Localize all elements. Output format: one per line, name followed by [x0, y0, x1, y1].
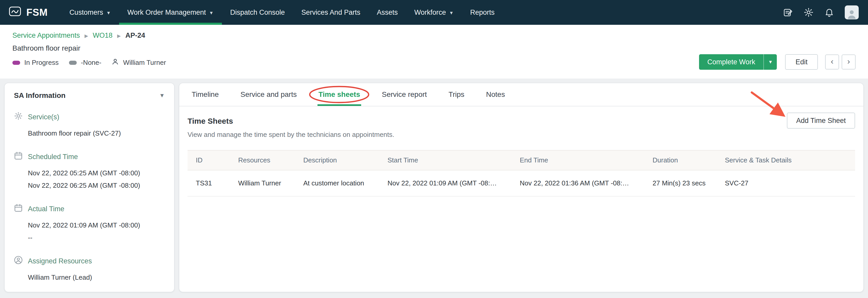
app-window: FSM Customers ▼ Work Order Management ▼ …	[0, 0, 868, 298]
tab-notes[interactable]: Notes	[486, 83, 505, 106]
previous-record-button[interactable]: ‹	[825, 55, 839, 69]
chevron-left-icon: ‹	[831, 57, 834, 65]
nav-item-dispatch-console[interactable]: Dispatch Console	[222, 0, 293, 25]
tab-label: Time sheets	[318, 90, 360, 99]
section-label: Scheduled Time	[28, 153, 78, 161]
nav-item-services-and-parts[interactable]: Services And Parts	[293, 0, 369, 25]
sa-information-panel: SA Information ▼ Service(s) Bathroom flo…	[4, 82, 175, 292]
time-sheets-subtitle: View and manage the time spent by the te…	[188, 131, 855, 139]
sa-information-title: SA Information	[14, 91, 66, 100]
breadcrumb-separator-icon: ▶	[85, 33, 88, 39]
tab-label: Service report	[382, 90, 427, 99]
nav-menu: Customers ▼ Work Order Management ▼ Disp…	[61, 0, 503, 25]
main-content: SA Information ▼ Service(s) Bathroom flo…	[0, 78, 868, 298]
service-gear-icon	[14, 111, 23, 123]
edit-label: Edit	[796, 58, 808, 66]
nav-item-workforce[interactable]: Workforce ▼	[406, 0, 462, 25]
cell-service-task-details: SVC-27	[717, 170, 855, 196]
brand-name: FSM	[26, 7, 48, 18]
column-header-start-time: Start Time	[379, 150, 512, 170]
column-header-resources: Resources	[230, 150, 295, 170]
nav-item-reports[interactable]: Reports	[462, 0, 503, 25]
breadcrumb-current: AP-24	[125, 32, 145, 39]
time-sheets-table: ID Resources Description Start Time End …	[188, 150, 855, 197]
header-actions: Complete Work ▼ Edit ‹ ›	[699, 54, 856, 70]
edit-button[interactable]: Edit	[785, 54, 818, 70]
tab-timeline[interactable]: Timeline	[192, 83, 219, 106]
add-time-sheet-label: Add Time Sheet	[796, 117, 846, 125]
fsm-logo-icon	[8, 5, 22, 20]
nav-item-label: Customers	[69, 8, 103, 16]
record-header: Service Appointments ▶ WO18 ▶ AP-24 Bath…	[0, 25, 868, 78]
time-sheets-title: Time Sheets	[188, 117, 855, 126]
nav-item-work-order-management[interactable]: Work Order Management ▼	[119, 0, 222, 25]
breadcrumb: Service Appointments ▶ WO18 ▶ AP-24	[12, 32, 856, 39]
section-value: Nov 22, 2022 05:25 AM (GMT -08:00)	[28, 167, 165, 179]
add-time-sheet-container: Add Time Sheet	[787, 112, 855, 129]
section-label: Service(s)	[28, 113, 59, 121]
nav-item-assets[interactable]: Assets	[369, 0, 406, 25]
status-dot-icon	[69, 61, 77, 65]
gear-icon[interactable]	[803, 7, 814, 18]
sa-section-assigned-resources: Assigned Resources William Turner (Lead)	[14, 256, 165, 284]
chevron-down-icon: ▼	[106, 10, 111, 16]
record-pager: ‹ ›	[825, 55, 856, 69]
calendar-icon	[14, 203, 23, 214]
status-badge: In Progress	[12, 59, 59, 67]
tab-trips[interactable]: Trips	[448, 83, 464, 106]
section-value: --	[28, 231, 165, 244]
cell-start-time: Nov 22, 2022 01:09 AM (GMT -08:…	[379, 170, 512, 196]
calendar-icon	[14, 151, 23, 162]
nav-item-label: Dispatch Console	[230, 8, 285, 16]
complete-work-button[interactable]: Complete Work ▼	[699, 54, 777, 70]
cell-description: At customer location	[295, 170, 379, 196]
nav-item-customers[interactable]: Customers ▼	[61, 0, 119, 25]
tab-service-and-parts[interactable]: Service and parts	[241, 83, 297, 106]
tab-label: Trips	[448, 90, 464, 99]
fsm-logo[interactable]: FSM	[8, 5, 48, 20]
section-label: Actual Time	[28, 205, 64, 213]
chevron-down-icon: ▼	[449, 10, 454, 16]
collapse-panel-icon[interactable]: ▼	[159, 92, 165, 99]
section-value: Nov 22, 2022 06:25 AM (GMT -08:00)	[28, 179, 165, 192]
section-value: Nov 22, 2022 01:09 AM (GMT -08:00)	[28, 219, 165, 231]
section-value: William Turner (Lead)	[28, 271, 165, 284]
table-row[interactable]: TS31 William Turner At customer location…	[188, 170, 855, 196]
table-header-row: ID Resources Description Start Time End …	[188, 150, 855, 170]
sa-section-actual-time: Actual Time Nov 22, 2022 01:09 AM (GMT -…	[14, 203, 165, 244]
breadcrumb-service-appointments[interactable]: Service Appointments	[12, 32, 80, 39]
page-title: Bathroom floor repair	[12, 44, 856, 53]
tab-time-sheets[interactable]: Time sheets	[318, 83, 360, 106]
bell-icon[interactable]	[824, 7, 834, 18]
column-header-description: Description	[295, 150, 379, 170]
sa-section-services: Service(s) Bathroom floor repair (SVC-27…	[14, 111, 165, 139]
next-record-button[interactable]: ›	[842, 55, 856, 69]
status-label: In Progress	[24, 59, 59, 67]
nav-item-label: Workforce	[414, 8, 446, 16]
breadcrumb-separator-icon: ▶	[117, 33, 121, 39]
tab-service-report[interactable]: Service report	[382, 83, 427, 106]
breadcrumb-wo18[interactable]: WO18	[93, 32, 113, 39]
add-time-sheet-button[interactable]: Add Time Sheet	[787, 112, 855, 129]
chevron-down-icon: ▼	[209, 10, 214, 16]
nav-item-label: Services And Parts	[302, 8, 361, 16]
secondary-status-badge: -None-	[69, 59, 101, 67]
detail-tabs: Timeline Service and parts Time sheets S…	[179, 83, 863, 106]
nav-item-label: Work Order Management	[127, 8, 206, 16]
appointment-detail-panel: Timeline Service and parts Time sheets S…	[179, 82, 864, 292]
top-navbar: FSM Customers ▼ Work Order Management ▼ …	[0, 0, 868, 25]
nav-utilities	[783, 5, 859, 20]
nav-item-label: Reports	[470, 8, 495, 16]
compose-icon[interactable]	[783, 7, 793, 18]
chevron-down-icon: ▼	[768, 59, 773, 65]
owner-name: William Turner	[123, 59, 166, 67]
tab-label: Notes	[486, 90, 505, 99]
person-circle-icon	[14, 256, 23, 266]
cell-end-time: Nov 22, 2022 01:36 AM (GMT -08:…	[512, 170, 644, 196]
section-label: Assigned Resources	[28, 257, 92, 265]
column-header-id: ID	[188, 150, 230, 170]
column-header-service-task-details: Service & Task Details	[717, 150, 855, 170]
complete-work-dropdown[interactable]: ▼	[764, 54, 777, 70]
user-avatar[interactable]	[845, 5, 859, 20]
cell-id: TS31	[188, 170, 230, 196]
